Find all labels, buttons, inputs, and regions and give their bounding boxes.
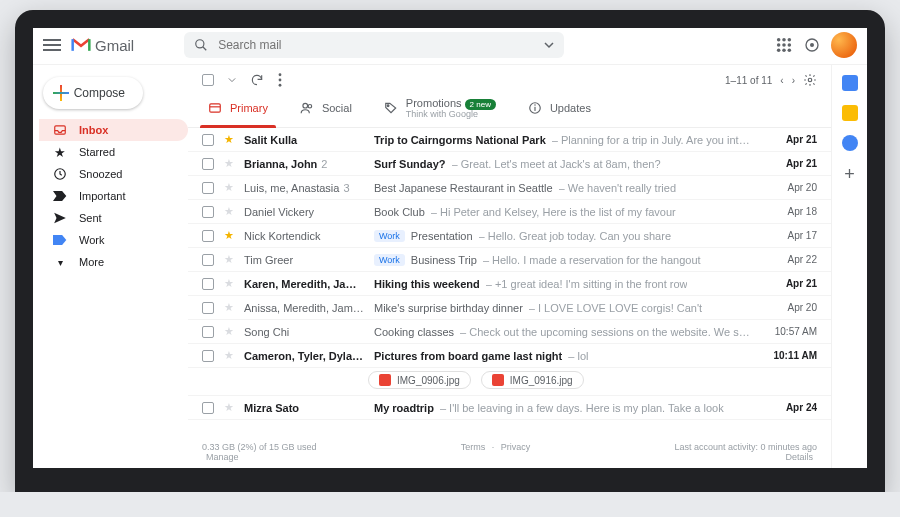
notifications-icon[interactable] bbox=[803, 36, 821, 54]
nav-label: Sent bbox=[79, 212, 102, 224]
sidebar-item-snoozed[interactable]: Snoozed bbox=[39, 163, 188, 185]
star-icon[interactable]: ★ bbox=[224, 349, 234, 362]
select-dropdown-icon[interactable] bbox=[228, 76, 236, 84]
add-app-button[interactable]: + bbox=[844, 165, 855, 183]
refresh-icon[interactable] bbox=[250, 73, 264, 87]
sidebar-item-important[interactable]: Important bbox=[39, 185, 188, 207]
attachment-chip[interactable]: IMG_0906.jpg bbox=[368, 371, 471, 389]
svg-point-15 bbox=[279, 79, 282, 82]
privacy-link[interactable]: Privacy bbox=[501, 442, 531, 452]
row-checkbox[interactable] bbox=[202, 278, 214, 290]
attachment-chip[interactable]: IMG_0916.jpg bbox=[481, 371, 584, 389]
inbox-icon bbox=[208, 101, 222, 115]
email-row[interactable]: ★Brianna, John2Surf Sunday? – Great. Let… bbox=[188, 152, 831, 176]
star-icon[interactable]: ★ bbox=[224, 157, 234, 170]
sidebar-item-work[interactable]: Work bbox=[39, 229, 188, 251]
row-checkbox[interactable] bbox=[202, 326, 214, 338]
snippet: – I'll be leaving in a few days. Here is… bbox=[440, 402, 724, 414]
row-checkbox[interactable] bbox=[202, 158, 214, 170]
row-checkbox[interactable] bbox=[202, 350, 214, 362]
prev-page-button[interactable]: ‹ bbox=[780, 75, 783, 86]
sender: Brianna, John2 bbox=[244, 158, 364, 170]
email-row[interactable]: ★Daniel VickeryBook Club – Hi Peter and … bbox=[188, 200, 831, 224]
next-page-button[interactable]: › bbox=[792, 75, 795, 86]
star-icon[interactable]: ★ bbox=[224, 401, 234, 414]
snippet: – +1 great idea! I'm sitting in the fron… bbox=[486, 278, 688, 290]
email-row[interactable]: ★Salit KullaTrip to Cairngorms National … bbox=[188, 128, 831, 152]
row-checkbox[interactable] bbox=[202, 302, 214, 314]
people-icon bbox=[300, 101, 314, 115]
email-row[interactable]: ★Cameron, Tyler, Dylan6Pictures from boa… bbox=[188, 344, 831, 368]
svg-point-7 bbox=[777, 49, 781, 53]
side-rail: + bbox=[831, 65, 867, 468]
snippet: – Hello. I made a reservation for the ha… bbox=[483, 254, 701, 266]
sidebar-item-starred[interactable]: ★Starred bbox=[39, 141, 188, 163]
tasks-icon[interactable] bbox=[842, 135, 858, 151]
image-icon bbox=[379, 374, 391, 386]
star-icon[interactable]: ★ bbox=[224, 181, 234, 194]
nav-label: Starred bbox=[79, 146, 115, 158]
star-icon[interactable]: ★ bbox=[224, 325, 234, 338]
snippet: – Great. Let's meet at Jack's at 8am, th… bbox=[452, 158, 661, 170]
svg-point-2 bbox=[782, 38, 786, 42]
sidebar-item-more[interactable]: ▾More bbox=[39, 251, 188, 273]
manage-link[interactable]: Manage bbox=[206, 452, 239, 462]
tab-primary[interactable]: Primary bbox=[192, 89, 284, 127]
sidebar-item-inbox[interactable]: Inbox bbox=[39, 119, 188, 141]
email-row[interactable]: ★Song ChiCooking classes – Check out the… bbox=[188, 320, 831, 344]
calendar-icon[interactable] bbox=[842, 75, 858, 91]
work-icon bbox=[53, 233, 67, 247]
email-row[interactable]: ★Tim GreerWorkBusiness Trip – Hello. I m… bbox=[188, 248, 831, 272]
row-checkbox[interactable] bbox=[202, 134, 214, 146]
star-icon[interactable]: ★ bbox=[224, 253, 234, 266]
star-icon[interactable]: ★ bbox=[224, 133, 234, 146]
email-row[interactable]: ★Nick KortendickWorkPresentation – Hello… bbox=[188, 224, 831, 248]
select-all-checkbox[interactable] bbox=[202, 74, 214, 86]
more-icon[interactable] bbox=[278, 73, 282, 87]
search-bar[interactable] bbox=[184, 32, 564, 58]
email-row[interactable]: ★Karen, Meredith, James5Hiking this week… bbox=[188, 272, 831, 296]
subject: Best Japanese Restaurant in Seattle bbox=[374, 182, 553, 194]
tab-updates[interactable]: Updates bbox=[512, 89, 607, 127]
plus-icon bbox=[53, 85, 64, 101]
info-icon bbox=[528, 101, 542, 115]
tab-social[interactable]: Social bbox=[284, 89, 368, 127]
compose-button[interactable]: Compose bbox=[43, 77, 143, 109]
email-row[interactable]: ★Mizra SatoMy roadtrip – I'll be leaving… bbox=[188, 396, 831, 420]
brand-text: Gmail bbox=[95, 37, 134, 54]
svg-rect-23 bbox=[534, 107, 535, 111]
menu-icon[interactable] bbox=[43, 39, 61, 51]
star-icon[interactable]: ★ bbox=[224, 301, 234, 314]
star-icon[interactable]: ★ bbox=[224, 277, 234, 290]
row-checkbox[interactable] bbox=[202, 230, 214, 242]
sent-icon bbox=[53, 211, 67, 225]
sender: Luis, me, Anastasia3 bbox=[244, 182, 364, 194]
details-link[interactable]: Details bbox=[785, 452, 813, 462]
avatar[interactable] bbox=[831, 32, 857, 58]
chevron-down-icon[interactable] bbox=[544, 40, 554, 50]
svg-point-0 bbox=[196, 40, 204, 48]
star-icon[interactable]: ★ bbox=[224, 205, 234, 218]
row-checkbox[interactable] bbox=[202, 402, 214, 414]
email-row[interactable]: ★Anissa, Meredith, James3Mike's surprise… bbox=[188, 296, 831, 320]
sidebar-item-sent[interactable]: Sent bbox=[39, 207, 188, 229]
svg-point-20 bbox=[308, 105, 312, 109]
nav-label: Important bbox=[79, 190, 125, 202]
category-tabs: Primary Social Promotions 2 new Think wi… bbox=[188, 89, 831, 128]
row-checkbox[interactable] bbox=[202, 182, 214, 194]
row-checkbox[interactable] bbox=[202, 254, 214, 266]
more-icon: ▾ bbox=[53, 255, 67, 269]
gear-icon[interactable] bbox=[803, 73, 817, 87]
row-checkbox[interactable] bbox=[202, 206, 214, 218]
apps-icon[interactable] bbox=[775, 36, 793, 54]
gmail-logo[interactable]: Gmail bbox=[71, 37, 134, 54]
star-icon[interactable]: ★ bbox=[224, 229, 234, 242]
search-input[interactable] bbox=[218, 38, 534, 52]
attachments: IMG_0906.jpgIMG_0916.jpg bbox=[188, 368, 831, 396]
sender: Song Chi bbox=[244, 326, 364, 338]
terms-link[interactable]: Terms bbox=[461, 442, 486, 452]
subject: My roadtrip bbox=[374, 402, 434, 414]
tab-promotions[interactable]: Promotions 2 new Think with Google bbox=[368, 89, 512, 127]
email-row[interactable]: ★Luis, me, Anastasia3Best Japanese Resta… bbox=[188, 176, 831, 200]
keep-icon[interactable] bbox=[842, 105, 858, 121]
